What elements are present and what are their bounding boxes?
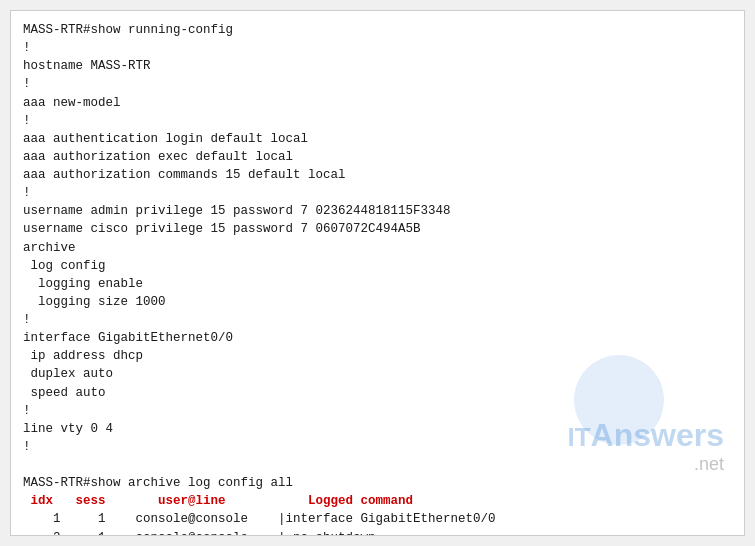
terminal-window: MASS-RTR#show running-config ! hostname … — [10, 10, 745, 536]
terminal-line: ! — [23, 440, 31, 454]
terminal-line: ! — [23, 313, 31, 327]
terminal-line: duplex auto — [23, 367, 113, 381]
terminal-line: ! — [23, 404, 31, 418]
terminal-line: 1 1 console@console |interface GigabitEt… — [23, 512, 496, 526]
terminal-line: username cisco privilege 15 password 7 0… — [23, 222, 421, 236]
terminal-line: MASS-RTR#show archive log config all — [23, 476, 293, 490]
terminal-line: archive — [23, 241, 76, 255]
terminal-line: aaa new-model — [23, 96, 121, 110]
terminal-line: aaa authorization commands 15 default lo… — [23, 168, 346, 182]
terminal-line: log config — [23, 259, 106, 273]
terminal-line: idx sess user@line Logged command — [23, 494, 413, 508]
terminal-line: username admin privilege 15 password 7 0… — [23, 204, 451, 218]
terminal-line: aaa authentication login default local — [23, 132, 308, 146]
terminal-line: speed auto — [23, 386, 106, 400]
terminal-line: logging enable — [23, 277, 143, 291]
terminal-line: ! — [23, 77, 31, 91]
terminal-line: hostname MASS-RTR — [23, 59, 151, 73]
terminal-output: MASS-RTR#show running-config ! hostname … — [23, 21, 732, 536]
terminal-line: ! — [23, 186, 31, 200]
terminal-line: ip address dhcp — [23, 349, 143, 363]
terminal-line: MASS-RTR#show running-config — [23, 23, 233, 37]
terminal-line: ! — [23, 114, 31, 128]
terminal-line: 2 1 console@console | no shutdown — [23, 531, 376, 537]
terminal-line: ! — [23, 41, 31, 55]
terminal-line: aaa authorization exec default local — [23, 150, 293, 164]
terminal-line: logging size 1000 — [23, 295, 166, 309]
terminal-line: interface GigabitEthernet0/0 — [23, 331, 233, 345]
terminal-line: line vty 0 4 — [23, 422, 113, 436]
